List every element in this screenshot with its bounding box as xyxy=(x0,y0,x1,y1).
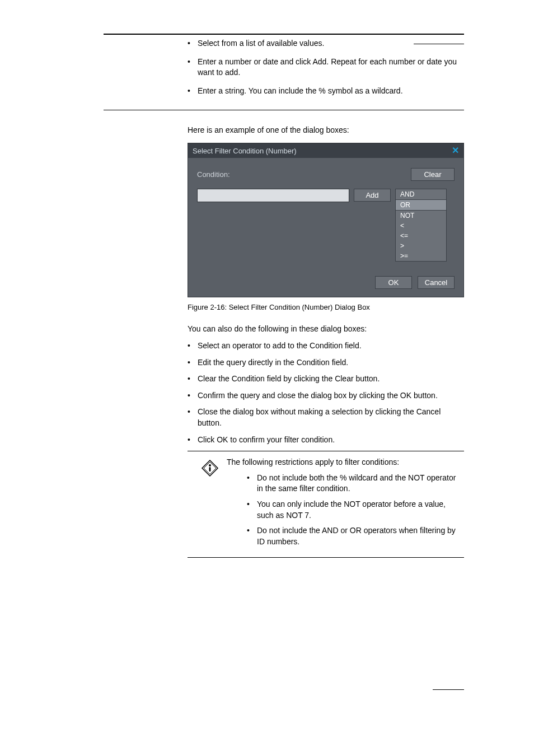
close-icon[interactable]: ✕ xyxy=(452,146,459,155)
actions-list: Select an operator to add to the Conditi… xyxy=(188,340,464,445)
list-item: Confirm the query and close the dialog b… xyxy=(188,390,464,402)
list-item: Edit the query directly in the Condition… xyxy=(188,357,464,368)
list-item: Select an operator to add to the Conditi… xyxy=(188,340,464,352)
list-item: Click OK to confirm your filter conditio… xyxy=(188,435,464,446)
operator-item[interactable]: < xyxy=(396,221,446,231)
note-list: Do not include both the % wildcard and t… xyxy=(227,473,464,548)
condition-label: Condition: xyxy=(197,170,230,179)
operator-item[interactable]: >= xyxy=(396,251,446,261)
pre-list-block: Select from a list of available values. … xyxy=(104,38,464,104)
paragraph: You can also do the following in these d… xyxy=(188,324,464,335)
section-divider xyxy=(104,34,464,35)
method-list: Select from a list of available values. … xyxy=(188,38,464,96)
footer-rule xyxy=(433,689,464,690)
ok-button[interactable]: OK xyxy=(375,276,412,289)
add-button[interactable]: Add xyxy=(354,189,391,202)
operator-item[interactable]: AND xyxy=(396,189,446,199)
list-item: Clear the Condition field by clicking th… xyxy=(188,374,464,385)
list-item: You can only include the NOT operator be… xyxy=(247,499,464,521)
operator-item[interactable]: NOT xyxy=(396,211,446,221)
note-icon xyxy=(201,459,219,477)
list-item: Do not include the AND or OR operators w… xyxy=(247,525,464,547)
note-intro: The following restrictions apply to filt… xyxy=(227,458,399,466)
section-divider xyxy=(104,110,464,110)
operator-item[interactable]: <= xyxy=(396,231,446,241)
dialog-window: Select Filter Condition (Number) ✕ Condi… xyxy=(188,143,464,297)
list-item: Enter a number or date and click Add. Re… xyxy=(188,57,464,78)
list-item: Enter a string. You can include the % sy… xyxy=(188,86,464,96)
dialog-title: Select Filter Condition (Number) xyxy=(193,147,297,155)
svg-rect-3 xyxy=(209,467,211,472)
dialog-titlebar: Select Filter Condition (Number) ✕ xyxy=(188,143,463,158)
operator-list[interactable]: AND OR NOT < <= > >= xyxy=(395,189,447,262)
figure-dialog: Select Filter Condition (Number) ✕ Condi… xyxy=(188,143,464,297)
intro-paragraph: Here is an example of one of the dialog … xyxy=(188,125,464,136)
cancel-button[interactable]: Cancel xyxy=(418,276,455,289)
list-item: Close the dialog box without making a se… xyxy=(188,407,464,428)
note-block: The following restrictions apply to filt… xyxy=(188,451,464,558)
operator-item-selected[interactable]: OR xyxy=(396,199,446,211)
document-page: { "first_list": { "items": [ "Select fro… xyxy=(0,0,534,756)
figure-caption: Figure 2-16: Select Filter Condition (Nu… xyxy=(188,303,464,311)
operator-item[interactable]: > xyxy=(396,241,446,251)
condition-input[interactable] xyxy=(197,189,349,202)
clear-button[interactable]: Clear xyxy=(411,168,455,181)
svg-point-2 xyxy=(209,464,211,466)
list-item: Select from a list of available values. xyxy=(188,38,464,49)
list-item: Do not include both the % wildcard and t… xyxy=(247,473,464,494)
